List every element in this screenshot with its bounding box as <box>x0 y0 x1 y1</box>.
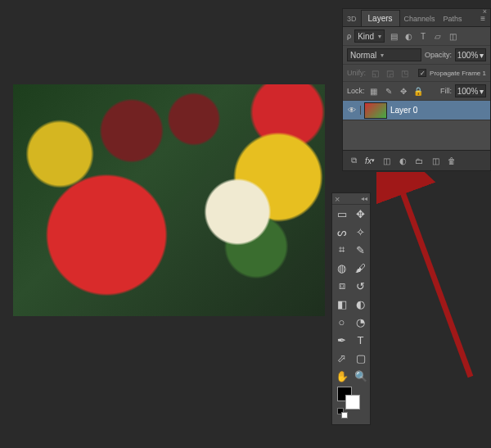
propagate-label: Propagate Frame 1 <box>430 70 486 77</box>
tool-spot-heal[interactable]: ◍ <box>332 259 351 277</box>
tool-brush[interactable]: 🖌 <box>351 259 370 277</box>
tool-type[interactable]: T <box>351 331 370 349</box>
propagate-checkbox[interactable]: ✓ <box>418 69 426 77</box>
delete-layer-icon[interactable]: 🗑 <box>444 153 459 168</box>
tool-eyedropper[interactable]: ✎ <box>351 241 370 259</box>
filter-label: ρ <box>347 32 351 40</box>
link-layers-icon[interactable]: ⧉ <box>346 153 361 168</box>
tools-grid: ▭✥ᔕ✧⌗✎◍🖌⧈↺◧◐○◔✒T⬀▢✋🔍 <box>332 205 370 385</box>
filter-smart-icon[interactable]: ◫ <box>447 30 458 42</box>
tool-history-brush[interactable]: ↺ <box>351 277 370 295</box>
visibility-icon[interactable]: 👁 <box>343 106 361 115</box>
panel-tabs: 3D Layers Channels Paths ≡ <box>343 9 490 27</box>
layer-fx-icon[interactable]: fx▾ <box>363 153 377 168</box>
layer-thumbnail[interactable] <box>364 102 387 119</box>
color-swatches <box>332 385 370 424</box>
close-icon[interactable]: × <box>335 194 340 204</box>
blend-row: Normal Opacity: 100%▾ <box>343 46 490 65</box>
lock-paint-icon[interactable]: ✎ <box>383 85 394 97</box>
opacity-value[interactable]: 100%▾ <box>455 48 486 61</box>
tab-3d[interactable]: 3D <box>343 11 361 26</box>
tool-lasso[interactable]: ᔕ <box>332 223 351 241</box>
background-swatch[interactable] <box>345 395 360 410</box>
new-layer-icon[interactable]: ◫ <box>428 153 443 168</box>
tool-zoom[interactable]: 🔍 <box>351 367 370 385</box>
close-icon[interactable]: × <box>483 7 487 16</box>
unify-label: Unify: <box>347 69 366 77</box>
tool-path-select[interactable]: ⬀ <box>332 349 351 367</box>
tool-blur[interactable]: ○ <box>332 313 351 331</box>
filter-image-icon[interactable]: ▤ <box>388 30 399 42</box>
tool-rectangle[interactable]: ▢ <box>351 349 370 367</box>
tool-magic-wand[interactable]: ✧ <box>351 223 370 241</box>
lock-trans-icon[interactable]: ▦ <box>368 85 380 97</box>
svg-line-0 <box>399 183 471 377</box>
filter-type-icon[interactable]: T <box>417 30 429 42</box>
tool-stamp[interactable]: ⧈ <box>332 277 351 295</box>
tools-header: × ◂◂ <box>332 193 370 205</box>
tool-dodge[interactable]: ◔ <box>351 313 370 331</box>
unify-vis-icon[interactable]: ◲ <box>384 67 395 79</box>
adjustment-layer-icon[interactable]: ◐ <box>395 153 410 168</box>
lock-all-icon[interactable]: 🔒 <box>412 85 424 97</box>
blend-mode-select[interactable]: Normal <box>347 48 421 61</box>
layer-row[interactable]: 👁 Layer 0 <box>343 101 490 120</box>
unify-style-icon[interactable]: ◳ <box>399 67 410 79</box>
tool-pen[interactable]: ✒ <box>332 331 351 349</box>
layers-panel: × 3D Layers Channels Paths ≡ ρ Kind ▤ ◐ … <box>342 8 491 171</box>
tools-panel: × ◂◂ ▭✥ᔕ✧⌗✎◍🖌⧈↺◧◐○◔✒T⬀▢✋🔍 <box>331 192 371 425</box>
fill-value[interactable]: 100%▾ <box>455 84 486 97</box>
layer-name[interactable]: Layer 0 <box>390 106 417 115</box>
filter-shape-icon[interactable]: ▱ <box>432 30 444 42</box>
tab-paths[interactable]: Paths <box>439 11 466 26</box>
collapse-icon[interactable]: ◂◂ <box>361 195 367 202</box>
panel-footer: ⧉ fx▾ ◫ ◐ 🗀 ◫ 🗑 <box>343 150 490 170</box>
annotation-arrow <box>376 172 483 385</box>
tab-layers[interactable]: Layers <box>361 10 400 26</box>
filter-row: ρ Kind ▤ ◐ T ▱ ◫ <box>343 27 490 46</box>
filter-adjust-icon[interactable]: ◐ <box>403 30 414 42</box>
fill-label: Fill: <box>440 87 452 95</box>
tool-gradient[interactable]: ◐ <box>351 295 370 313</box>
layer-list: 👁 Layer 0 <box>343 101 490 150</box>
default-colors-icon-bg <box>341 412 348 419</box>
tool-move[interactable]: ✥ <box>351 205 370 223</box>
tool-hand[interactable]: ✋ <box>332 367 351 385</box>
lock-pos-icon[interactable]: ✥ <box>398 85 409 97</box>
opacity-label: Opacity: <box>425 51 452 59</box>
unify-row: Unify: ◱ ◲ ◳ ✓ Propagate Frame 1 <box>343 65 490 82</box>
filter-select[interactable]: Kind <box>354 29 385 43</box>
document-canvas[interactable] <box>13 84 325 316</box>
image-content <box>13 84 325 316</box>
lock-label: Lock: <box>347 87 365 95</box>
group-icon[interactable]: 🗀 <box>412 153 426 168</box>
tool-eraser[interactable]: ◧ <box>332 295 351 313</box>
tool-crop[interactable]: ⌗ <box>332 241 351 259</box>
tool-rect-marquee[interactable]: ▭ <box>332 205 351 223</box>
lock-row: Lock: ▦ ✎ ✥ 🔒 Fill: 100%▾ <box>343 82 490 101</box>
tab-channels[interactable]: Channels <box>400 11 439 26</box>
layer-mask-icon[interactable]: ◫ <box>379 153 394 168</box>
unify-pos-icon[interactable]: ◱ <box>369 67 381 79</box>
